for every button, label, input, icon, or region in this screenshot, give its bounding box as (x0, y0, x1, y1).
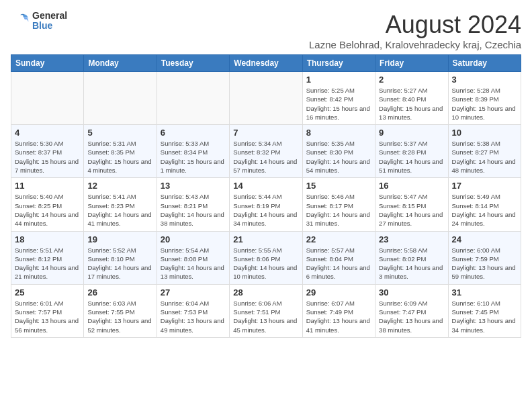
day-cell: 4Sunrise: 5:30 AM Sunset: 8:37 PM Daylig… (11, 125, 84, 178)
day-info: Sunrise: 5:58 AM Sunset: 8:02 PM Dayligh… (379, 246, 444, 281)
day-number: 20 (161, 234, 226, 244)
day-cell: 6Sunrise: 5:33 AM Sunset: 8:34 PM Daylig… (157, 125, 229, 178)
day-cell: 19Sunrise: 5:52 AM Sunset: 8:10 PM Dayli… (84, 231, 157, 284)
day-cell: 29Sunrise: 6:07 AM Sunset: 7:49 PM Dayli… (302, 284, 375, 337)
day-info: Sunrise: 5:57 AM Sunset: 8:04 PM Dayligh… (306, 246, 371, 281)
day-cell (157, 72, 229, 125)
header-thursday: Thursday (302, 55, 375, 72)
day-number: 29 (306, 287, 371, 298)
day-cell: 12Sunrise: 5:41 AM Sunset: 8:23 PM Dayli… (84, 178, 157, 231)
day-cell: 30Sunrise: 6:09 AM Sunset: 7:47 PM Dayli… (375, 284, 448, 337)
day-number: 8 (306, 128, 371, 138)
day-number: 7 (233, 128, 298, 138)
day-cell: 31Sunrise: 6:10 AM Sunset: 7:45 PM Dayli… (448, 284, 521, 337)
header-sunday: Sunday (11, 55, 84, 72)
day-cell: 22Sunrise: 5:57 AM Sunset: 8:04 PM Dayli… (302, 231, 375, 284)
day-info: Sunrise: 5:38 AM Sunset: 8:27 PM Dayligh… (452, 139, 517, 175)
week-row-2: 11Sunrise: 5:40 AM Sunset: 8:25 PM Dayli… (11, 178, 521, 231)
day-info: Sunrise: 6:03 AM Sunset: 7:55 PM Dayligh… (87, 299, 152, 334)
day-number: 4 (15, 128, 80, 138)
day-cell: 13Sunrise: 5:43 AM Sunset: 8:21 PM Dayli… (157, 178, 229, 231)
day-cell (84, 72, 157, 125)
day-info: Sunrise: 5:35 AM Sunset: 8:30 PM Dayligh… (306, 139, 371, 175)
day-number: 30 (379, 287, 444, 298)
day-cell: 25Sunrise: 6:01 AM Sunset: 7:57 PM Dayli… (11, 284, 84, 337)
day-cell: 10Sunrise: 5:38 AM Sunset: 8:27 PM Dayli… (448, 125, 521, 178)
logo-icon (11, 11, 30, 30)
day-cell: 1Sunrise: 5:25 AM Sunset: 8:42 PM Daylig… (302, 72, 375, 125)
svg-rect-0 (11, 11, 30, 30)
week-row-4: 25Sunrise: 6:01 AM Sunset: 7:57 PM Dayli… (11, 284, 521, 337)
day-info: Sunrise: 5:31 AM Sunset: 8:35 PM Dayligh… (87, 139, 152, 175)
day-info: Sunrise: 5:28 AM Sunset: 8:39 PM Dayligh… (452, 86, 517, 122)
day-cell (11, 72, 84, 125)
day-info: Sunrise: 6:07 AM Sunset: 7:49 PM Dayligh… (306, 299, 371, 334)
day-number: 13 (161, 181, 226, 191)
day-cell: 5Sunrise: 5:31 AM Sunset: 8:35 PM Daylig… (84, 125, 157, 178)
day-number: 28 (233, 287, 298, 298)
logo-text: General Blue (32, 11, 67, 32)
day-info: Sunrise: 5:51 AM Sunset: 8:12 PM Dayligh… (15, 246, 80, 281)
day-info: Sunrise: 6:01 AM Sunset: 7:57 PM Dayligh… (15, 299, 80, 334)
day-info: Sunrise: 5:34 AM Sunset: 8:32 PM Dayligh… (233, 139, 298, 175)
day-cell: 9Sunrise: 5:37 AM Sunset: 8:28 PM Daylig… (375, 125, 448, 178)
day-number: 2 (379, 75, 444, 85)
day-number: 5 (87, 128, 152, 138)
day-number: 9 (379, 128, 444, 138)
day-info: Sunrise: 5:55 AM Sunset: 8:06 PM Dayligh… (233, 246, 298, 281)
header-row: Sunday Monday Tuesday Wednesday Thursday… (11, 55, 521, 72)
day-cell: 24Sunrise: 6:00 AM Sunset: 7:59 PM Dayli… (448, 231, 521, 284)
header-monday: Monday (84, 55, 157, 72)
day-number: 22 (306, 234, 371, 244)
day-cell: 3Sunrise: 5:28 AM Sunset: 8:39 PM Daylig… (448, 72, 521, 125)
page-header: General Blue August 2024 Lazne Belohrad,… (11, 11, 521, 50)
day-number: 27 (161, 287, 226, 298)
day-cell: 26Sunrise: 6:03 AM Sunset: 7:55 PM Dayli… (84, 284, 157, 337)
day-info: Sunrise: 5:33 AM Sunset: 8:34 PM Dayligh… (161, 139, 226, 175)
day-number: 19 (87, 234, 152, 244)
day-cell: 27Sunrise: 6:04 AM Sunset: 7:53 PM Dayli… (157, 284, 229, 337)
day-cell: 14Sunrise: 5:44 AM Sunset: 8:19 PM Dayli… (230, 178, 302, 231)
logo: General Blue (11, 11, 67, 32)
day-info: Sunrise: 5:41 AM Sunset: 8:23 PM Dayligh… (87, 192, 152, 228)
title-block: August 2024 Lazne Belohrad, Kralovehrade… (309, 11, 521, 50)
day-cell: 21Sunrise: 5:55 AM Sunset: 8:06 PM Dayli… (230, 231, 302, 284)
day-number: 10 (452, 128, 517, 138)
day-info: Sunrise: 5:54 AM Sunset: 8:08 PM Dayligh… (161, 246, 226, 281)
day-info: Sunrise: 5:44 AM Sunset: 8:19 PM Dayligh… (233, 192, 298, 228)
day-number: 6 (161, 128, 226, 138)
calendar-table: Sunday Monday Tuesday Wednesday Thursday… (11, 54, 521, 338)
day-info: Sunrise: 5:27 AM Sunset: 8:40 PM Dayligh… (379, 86, 444, 122)
day-number: 31 (452, 287, 517, 298)
week-row-1: 4Sunrise: 5:30 AM Sunset: 8:37 PM Daylig… (11, 125, 521, 178)
day-cell: 20Sunrise: 5:54 AM Sunset: 8:08 PM Dayli… (157, 231, 229, 284)
day-number: 14 (233, 181, 298, 191)
logo-blue: Blue (32, 21, 67, 31)
week-row-3: 18Sunrise: 5:51 AM Sunset: 8:12 PM Dayli… (11, 231, 521, 284)
day-number: 11 (15, 181, 80, 191)
day-info: Sunrise: 6:00 AM Sunset: 7:59 PM Dayligh… (452, 246, 517, 281)
day-cell: 23Sunrise: 5:58 AM Sunset: 8:02 PM Dayli… (375, 231, 448, 284)
day-info: Sunrise: 6:10 AM Sunset: 7:45 PM Dayligh… (452, 299, 517, 334)
day-info: Sunrise: 6:04 AM Sunset: 7:53 PM Dayligh… (161, 299, 226, 334)
header-wednesday: Wednesday (230, 55, 302, 72)
day-number: 25 (15, 287, 80, 298)
day-cell: 2Sunrise: 5:27 AM Sunset: 8:40 PM Daylig… (375, 72, 448, 125)
day-info: Sunrise: 5:46 AM Sunset: 8:17 PM Dayligh… (306, 192, 371, 228)
day-info: Sunrise: 6:06 AM Sunset: 7:51 PM Dayligh… (233, 299, 298, 334)
day-cell: 15Sunrise: 5:46 AM Sunset: 8:17 PM Dayli… (302, 178, 375, 231)
header-friday: Friday (375, 55, 448, 72)
day-cell: 28Sunrise: 6:06 AM Sunset: 7:51 PM Dayli… (230, 284, 302, 337)
day-number: 16 (379, 181, 444, 191)
day-number: 21 (233, 234, 298, 244)
day-number: 3 (452, 75, 517, 85)
day-info: Sunrise: 5:30 AM Sunset: 8:37 PM Dayligh… (15, 139, 80, 175)
day-cell: 7Sunrise: 5:34 AM Sunset: 8:32 PM Daylig… (230, 125, 302, 178)
day-info: Sunrise: 5:25 AM Sunset: 8:42 PM Dayligh… (306, 86, 371, 122)
day-info: Sunrise: 5:40 AM Sunset: 8:25 PM Dayligh… (15, 192, 80, 228)
day-cell: 8Sunrise: 5:35 AM Sunset: 8:30 PM Daylig… (302, 125, 375, 178)
day-info: Sunrise: 5:43 AM Sunset: 8:21 PM Dayligh… (161, 192, 226, 228)
header-tuesday: Tuesday (157, 55, 229, 72)
day-number: 23 (379, 234, 444, 244)
day-number: 18 (15, 234, 80, 244)
